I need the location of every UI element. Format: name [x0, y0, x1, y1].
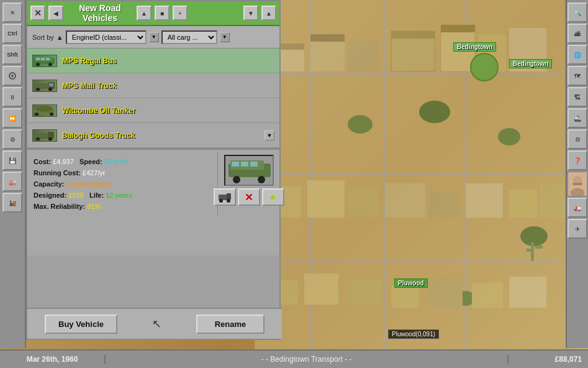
vehicle-large-preview [224, 155, 274, 186]
svg-point-18 [348, 115, 373, 134]
vehicle-item-mps-mail-truck[interactable]: MPS Mail Truck [27, 73, 279, 98]
svg-rect-78 [573, 183, 582, 185]
vehicle-preview-panel: ✕ ★ [217, 152, 279, 216]
svg-rect-72 [227, 193, 231, 200]
cargo-filter-dropdown[interactable]: All carg ... [161, 30, 217, 44]
gear-icon[interactable]: ⚙ [2, 129, 22, 149]
ctrl-button[interactable]: Ctrl [2, 24, 22, 44]
life-label: Life: [89, 191, 104, 199]
right-gear-icon[interactable]: ⚙ [568, 129, 587, 149]
capacity-line: Capacity: 31 passengers [34, 178, 211, 190]
vehicle-detail-area: Cost: £4,937 Speed: 56 km/h Running Cost… [27, 149, 279, 218]
vehicle-item-balogh-goods-truck[interactable]: Balogh Goods Truck ▼ [27, 123, 279, 148]
panel-close-button[interactable]: ✕ [30, 6, 45, 21]
city-icon[interactable]: 🏙 [568, 24, 587, 44]
globe-icon[interactable]: 🌐 [568, 45, 587, 65]
rename-button[interactable]: Rename [196, 315, 265, 334]
running-cost-value: £427/yr [83, 169, 106, 177]
truck-toolbar-icon[interactable]: 🚛 [568, 198, 587, 218]
city-label-bedingtown2: Bedingtown [509, 59, 552, 68]
svg-rect-9 [348, 40, 379, 71]
panel-nav-up-button[interactable]: ▲ [137, 6, 152, 21]
svg-rect-34 [391, 286, 419, 308]
panel-title: New Road Vehicles [66, 3, 133, 23]
speed-label: Speed: [79, 158, 102, 165]
vehicle-list-container: MPS Regal Bus MPS Mail Truck [27, 48, 279, 149]
ship-icon[interactable]: 🚢 [568, 108, 587, 128]
save-icon[interactable]: 💾 [2, 150, 22, 170]
svg-point-67 [258, 176, 265, 183]
vehicle-detail-star-button[interactable]: ★ [262, 188, 284, 206]
reliability-line: Max. Reliability: 81% [34, 201, 211, 212]
bus-icon [32, 55, 57, 67]
svg-rect-16 [391, 31, 435, 39]
map-icon[interactable]: 🗺 [568, 66, 587, 86]
settings-icon[interactable] [2, 66, 22, 86]
help-icon[interactable]: ❓ [568, 150, 587, 170]
sort-dropdown-arrow[interactable]: ▼ [149, 32, 159, 42]
vehicle-item-mps-regal-bus[interactable]: MPS Regal Bus [27, 48, 279, 73]
city-label-bedingtown1: Bedingtown [453, 42, 496, 52]
svg-rect-24 [307, 180, 345, 218]
svg-rect-29 [509, 190, 537, 218]
capacity-value: 31 passengers [66, 180, 111, 188]
build-icon[interactable]: 🏗 [568, 87, 587, 107]
panel-nav-prev-button[interactable]: ◀ [48, 6, 63, 21]
svg-point-43 [11, 75, 14, 77]
svg-rect-41 [535, 246, 543, 249]
company-money: £88,071 [507, 355, 582, 364]
buy-vehicle-button[interactable]: Buy Vehicle [45, 315, 117, 334]
speed-value: 56 km/h [104, 158, 129, 165]
truck-icon-oil [32, 104, 57, 117]
cargo-dropdown-arrow[interactable]: ▼ [220, 32, 230, 42]
svg-rect-70 [250, 162, 258, 167]
panel-nav-plus-button[interactable]: + [173, 6, 188, 21]
shift-button[interactable]: Shft [2, 45, 22, 65]
cost-value: £4,937 [53, 158, 74, 165]
pause-icon[interactable]: ⏸ [2, 87, 22, 107]
vehicle-purchase-panel: ✕ ◀ New Road Vehicles ▲ ■ + ▼ ▲ Sort by … [26, 0, 281, 340]
vehicle-list: MPS Regal Bus MPS Mail Truck [27, 48, 279, 149]
vehicle-detail-close-button[interactable]: ✕ [238, 188, 260, 206]
svg-rect-15 [310, 34, 345, 42]
panel-nav-stop-button[interactable]: ■ [155, 6, 170, 21]
svg-point-74 [227, 199, 230, 203]
svg-rect-27 [428, 193, 459, 218]
svg-rect-69 [241, 162, 248, 167]
designed-label: Designed: [34, 191, 66, 199]
svg-rect-25 [348, 186, 379, 218]
svg-point-20 [498, 128, 520, 145]
svg-point-38 [471, 53, 498, 81]
vehicle-item-witcombe-oil-tanker[interactable]: Witcombe Oil Tanker [27, 98, 279, 123]
zoom-in-icon[interactable]: 🔍 [568, 2, 587, 22]
svg-point-19 [419, 101, 450, 123]
list-scroll-down-button[interactable]: ▼ [265, 131, 274, 140]
svg-rect-50 [46, 58, 50, 60]
svg-rect-17 [441, 25, 475, 32]
life-value: 12 years [106, 191, 132, 199]
vehicle-detail-truck-button[interactable] [214, 188, 236, 206]
industry-icon[interactable]: 🏭 [2, 172, 22, 191]
sort-field-dropdown[interactable]: EngineID (classi... [66, 30, 147, 44]
train-icon[interactable]: 🚂 [2, 193, 22, 213]
panel-nav-next-button[interactable]: ▲ [261, 6, 276, 21]
cursor-icon: ↖ [152, 317, 161, 331]
svg-rect-55 [49, 83, 53, 86]
fast-forward-icon[interactable]: ⏩ [2, 108, 22, 128]
detail-action-buttons: ✕ ★ [214, 188, 284, 206]
svg-rect-49 [41, 58, 45, 60]
svg-rect-36 [472, 283, 503, 308]
svg-rect-28 [466, 183, 503, 218]
game-date: Mar 26th, 1960 [6, 355, 106, 364]
cost-label: Cost: [34, 158, 51, 165]
plane-icon[interactable]: ✈ [568, 219, 587, 239]
close-game-button[interactable]: ✕ [2, 2, 22, 22]
designed-value: 1929 [68, 191, 83, 199]
svg-point-73 [219, 199, 223, 203]
designed-line: Designed: 1929 Life: 12 years [34, 190, 211, 201]
company-name: - - Bedingtown Transport - - [106, 355, 507, 364]
bottom-action-buttons: Buy Vehicle ↖ Rename [27, 308, 282, 339]
svg-rect-26 [385, 183, 425, 218]
panel-nav-down-button[interactable]: ▼ [243, 6, 258, 21]
empty-preview-area [27, 218, 279, 255]
